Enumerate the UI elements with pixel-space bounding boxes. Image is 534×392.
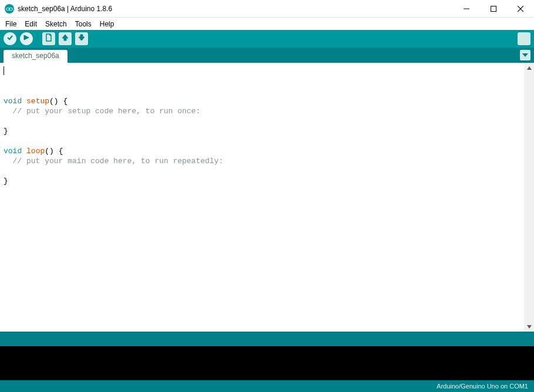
window-controls — [453, 0, 534, 18]
file-icon — [45, 33, 53, 44]
arrow-right-icon — [22, 33, 31, 44]
compile-status-bar — [0, 332, 534, 346]
check-icon — [6, 33, 14, 44]
output-console[interactable] — [0, 346, 534, 380]
chevron-down-icon — [522, 50, 528, 60]
window-titlebar: sketch_sep06a | Arduino 1.8.6 — [0, 0, 534, 18]
menu-edit[interactable]: Edit — [21, 19, 41, 29]
toolbar — [0, 30, 534, 48]
svg-marker-4 — [24, 35, 29, 40]
text-cursor — [4, 66, 4, 75]
tab-strip: sketch_sep06a — [0, 48, 534, 63]
save-sketch-button[interactable] — [75, 32, 88, 45]
arrow-down-icon — [77, 33, 86, 44]
scroll-up-arrow-icon[interactable] — [524, 63, 534, 73]
svg-rect-1 — [491, 6, 496, 11]
menu-sketch[interactable]: Sketch — [41, 19, 71, 29]
menu-tools[interactable]: Tools — [71, 19, 96, 29]
code-line: // put your setup code here, to run once… — [4, 106, 521, 116]
code-line: // put your main code here, to run repea… — [4, 156, 521, 166]
code-line: } — [4, 176, 521, 186]
code-line: void loop() { — [4, 146, 521, 156]
arrow-up-icon — [61, 33, 69, 44]
window-close-button[interactable] — [507, 0, 534, 18]
window-minimize-button[interactable] — [453, 0, 480, 18]
sketch-tab[interactable]: sketch_sep06a — [4, 50, 67, 63]
svg-marker-5 — [62, 35, 68, 40]
code-line — [4, 166, 521, 176]
menubar: File Edit Sketch Tools Help — [0, 18, 534, 30]
window-title: sketch_sep06a | Arduino 1.8.6 — [18, 5, 112, 13]
menu-help[interactable]: Help — [96, 19, 119, 29]
svg-marker-9 — [522, 53, 528, 57]
scrollbar-track[interactable] — [524, 73, 534, 322]
svg-marker-11 — [527, 325, 532, 329]
upload-button[interactable] — [20, 32, 33, 45]
tab-menu-button[interactable] — [520, 50, 530, 60]
board-port-status: Arduino/Genuino Uno on COM1 — [437, 383, 528, 390]
menu-file[interactable]: File — [1, 19, 21, 29]
new-sketch-button[interactable] — [42, 32, 55, 45]
code-line: } — [4, 126, 521, 136]
code-line: void setup() { — [4, 96, 521, 106]
code-line — [4, 116, 521, 126]
svg-marker-10 — [527, 66, 532, 70]
code-line — [4, 136, 521, 146]
open-sketch-button[interactable] — [59, 32, 72, 45]
vertical-scrollbar[interactable] — [524, 63, 534, 332]
window-maximize-button[interactable] — [480, 0, 507, 18]
code-editor-area: void setup() { // put your setup code he… — [0, 63, 534, 332]
serial-monitor-button[interactable] — [518, 32, 530, 45]
scroll-down-arrow-icon[interactable] — [524, 322, 534, 332]
svg-marker-6 — [79, 35, 85, 40]
arduino-app-icon — [5, 4, 14, 13]
code-editor[interactable]: void setup() { // put your setup code he… — [0, 63, 524, 332]
verify-button[interactable] — [4, 32, 16, 45]
footer-bar: Arduino/Genuino Uno on COM1 — [0, 380, 534, 392]
